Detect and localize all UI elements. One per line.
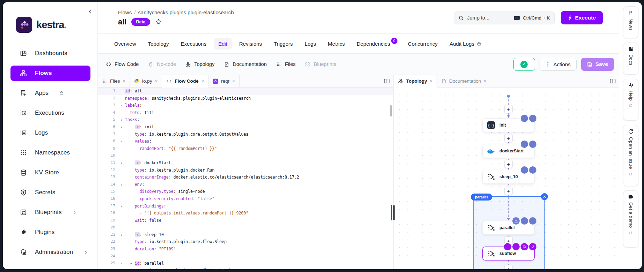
editor-tab-files[interactable]: Files × [98,75,130,87]
node-delete-button[interactable] [529,166,536,174]
sidebar-item-executions[interactable]: Executions [10,105,90,121]
code-line[interactable]: 12 type: io.kestra.plugin.docker.Run [98,167,393,174]
fold-toggle[interactable]: ∨ [118,159,125,167]
code-line[interactable]: 21 ∨ - id: sleep_10 [98,231,393,239]
breadcrumb-path[interactable]: sanitychecks.plugins.plugin-elasticsearc… [138,9,234,15]
code-line[interactable]: 4 toto: titi [98,109,393,116]
sidebar-item-administration[interactable]: Administration [10,244,90,260]
node-edit-button[interactable] [521,217,528,225]
tab-metrics[interactable]: Metrics [323,38,349,50]
code-line[interactable]: 17 ∨ portBindings: [98,203,393,210]
jump-to-search[interactable]: Jump to... Ctrl/Cmd + K [454,12,555,24]
pane-resize-handle[interactable] [391,205,395,220]
code-line[interactable]: 11 ∨ - id: dockerStart [98,159,393,167]
split-view-icon[interactable] [380,75,393,87]
task-node-sleep_10[interactable]: sleep_10 [482,170,535,184]
favorite-star-icon[interactable] [155,18,162,25]
code-line[interactable]: 19 wait: false [98,217,393,224]
fold-toggle[interactable]: ∨ [118,138,125,145]
editor-tab-io-py[interactable]: io.py × [130,75,162,87]
code-line[interactable]: 1 id: all [98,88,393,95]
node-edit-button[interactable] [521,166,528,174]
node-warning-button[interactable] [512,217,520,225]
close-icon[interactable]: × [201,78,204,84]
execute-button[interactable]: Execute [561,11,603,24]
editor-scrollbar[interactable] [390,105,392,116]
node-edit-button[interactable] [504,243,511,250]
fold-toggle[interactable]: ∨ [118,260,125,267]
view-documentation[interactable]: Documentation [224,61,267,67]
code-line[interactable]: 22 type: io.kestra.plugin.core.flow.Slee… [98,238,393,245]
view-topology[interactable]: Topology [185,61,214,67]
code-line[interactable]: 14 ∨ env: [98,181,393,188]
rail-button-news[interactable]: News [623,6,638,38]
tab-revisions[interactable]: Revisions [235,38,266,50]
tab-triggers[interactable]: Triggers [269,38,297,50]
view-files[interactable]: Files [276,61,296,67]
breadcrumb-root[interactable]: Flows [118,9,132,15]
code-line[interactable]: 18 - "{{ outputs.init.values.randomPort … [98,210,393,217]
save-button[interactable]: Save [581,58,614,71]
code-line[interactable]: 2 namespace: sanitychecks.plugins.plugin… [98,95,393,102]
sidebar-item-apps[interactable]: Apps [10,85,90,101]
sidebar-item-kv-store[interactable]: KV Store [10,165,90,180]
code-line[interactable]: 26 type: io.kestra.plugin.core.flow.ForE… [98,267,393,269]
actions-button[interactable]: ⋮ Actions [540,58,577,71]
node-delete-button[interactable] [529,217,536,225]
code-line[interactable]: 5 ∨ tasks: [98,116,393,123]
code-line[interactable]: 8 ∨ values: [98,138,393,145]
task-node-parallel[interactable]: parallel [482,221,535,235]
cluster-badge[interactable]: parallel [471,194,492,201]
editor-tab-flow-code[interactable]: Flow Code × [162,75,208,88]
code-line[interactable]: 24 [98,253,393,260]
node-edit-button[interactable] [521,115,528,122]
node-editbox-button[interactable] [521,243,528,250]
sidebar-item-logs[interactable]: Logs [10,125,90,141]
node-link-button[interactable] [529,243,536,250]
code-editor[interactable]: 1 id: all2 namespace: sanitychecks.plugi… [98,88,393,269]
code-line[interactable]: 15 discovery.type: single-node [98,188,393,195]
editor-tab-reqr[interactable]: reqr × [208,75,240,87]
add-task-button[interactable]: + [504,134,513,142]
rail-button-help[interactable]: Help [623,79,638,121]
close-icon[interactable]: × [484,78,486,84]
tab-audit-logs[interactable]: Audit Logs [445,38,486,50]
code-line[interactable]: 13 containerImage: docker.elastic.co/ela… [98,174,393,181]
code-line[interactable]: 25 ∨ - id: parallel [98,260,393,267]
fold-toggle[interactable]: ∨ [118,116,125,123]
breadcrumb[interactable]: Flows/sanitychecks.plugins.plugin-elasti… [118,9,234,15]
tab-executions[interactable]: Executions [176,38,211,50]
close-icon[interactable]: × [123,78,126,84]
sidebar-item-secrets[interactable]: Secrets [10,185,90,200]
fold-toggle[interactable]: ∨ [118,102,125,109]
code-line[interactable]: 3 ∨ labels: [98,102,393,109]
tab-logs[interactable]: Logs [300,38,321,50]
close-icon[interactable]: ✕ [541,193,548,200]
code-line[interactable]: 10 [98,152,393,159]
fold-toggle[interactable]: ∨ [118,123,125,131]
panel-tab-documentation[interactable]: Documentation × [437,75,491,87]
fold-toggle[interactable]: ∨ [118,203,125,210]
code-line[interactable]: 20 [98,224,393,231]
tab-dependencies[interactable]: Dependencies0 [352,38,401,50]
kestra-logo[interactable]: kestra. [16,17,67,33]
add-task-button[interactable]: + [504,160,513,168]
sidebar-collapse-button[interactable] [86,8,94,15]
code-line[interactable]: 7 type: io.kestra.plugin.core.output.Out… [98,131,393,138]
view-no-code[interactable]: No-code [148,61,176,67]
fold-toggle[interactable]: ∨ [118,231,125,239]
add-task-button[interactable]: + [504,187,513,195]
add-task-button[interactable]: + [504,105,513,113]
code-line[interactable]: 9 randomPort: "{{ randomPort() }}" [98,145,393,152]
sidebar-item-blueprints[interactable]: Blueprints [10,205,90,220]
topology-canvas[interactable]: parallel ✕ ++++++ {·} init dockerStart [394,88,619,269]
task-node-dockerStart[interactable]: dockerStart [482,144,535,158]
fold-toggle[interactable]: ∨ [118,181,125,188]
sidebar-item-namespaces[interactable]: Namespaces [10,145,90,160]
panel-tab-topology[interactable]: Topology × [394,75,437,88]
tab-overview[interactable]: Overview [110,38,141,50]
validation-status-button[interactable]: ✓ [513,58,535,71]
node-delete-button[interactable] [512,243,520,250]
add-task-button[interactable]: + [504,265,513,269]
task-node-subflow[interactable]: subflow [482,247,535,260]
